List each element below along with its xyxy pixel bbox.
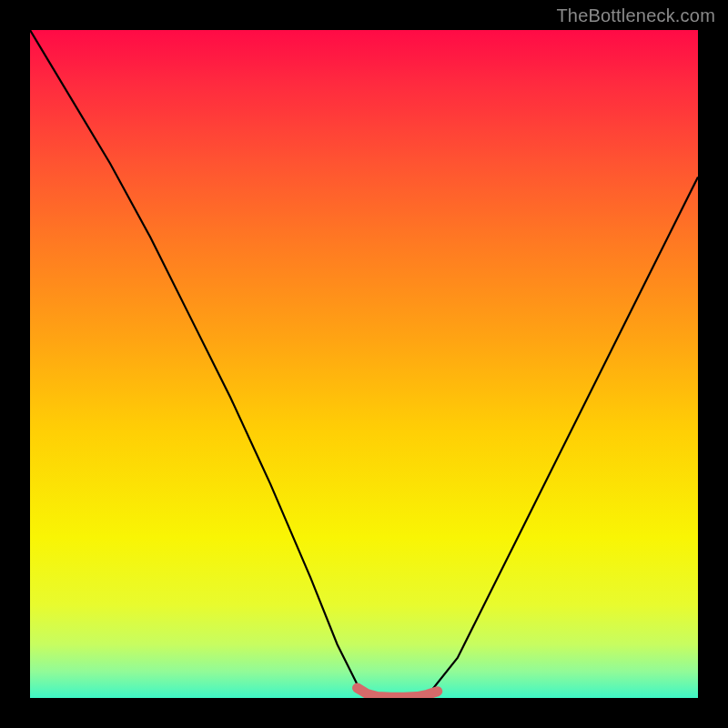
ideal-band-marker <box>358 688 438 697</box>
chart-stage: TheBottleneck.com <box>0 0 728 728</box>
plot-area <box>30 30 698 698</box>
chart-overlay-svg <box>30 30 698 698</box>
watermark-text: TheBottleneck.com <box>556 5 715 26</box>
bottleneck-curve <box>30 30 698 698</box>
ideal-start-dot <box>352 683 361 693</box>
